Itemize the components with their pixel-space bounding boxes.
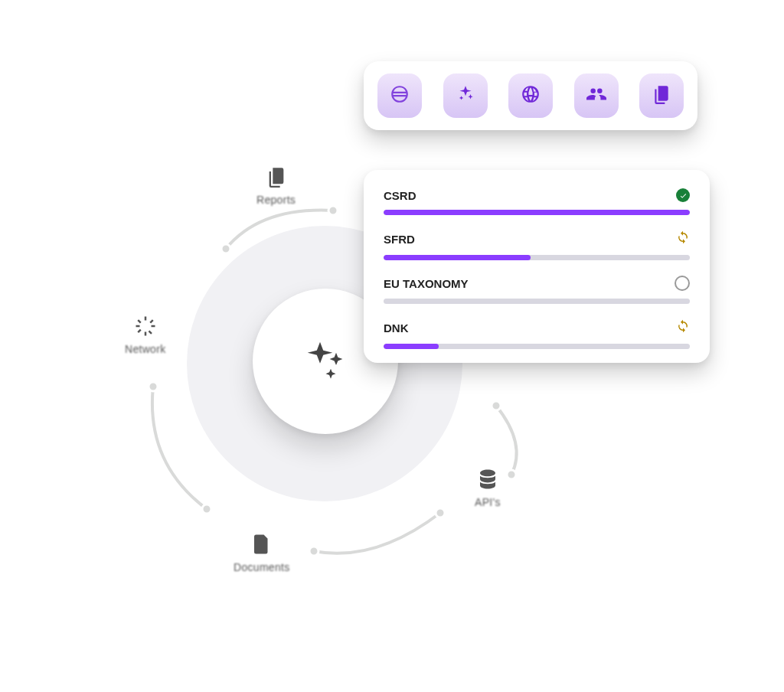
compliance-progress-card: CSRD SFRD EU TAXONOMY DNK [364, 170, 710, 363]
toolbar-btn-dashed-globe[interactable] [377, 73, 422, 118]
svg-point-2 [149, 382, 158, 391]
check-icon [676, 188, 690, 202]
database-icon [475, 467, 500, 491]
globe-icon [521, 84, 541, 107]
svg-point-7 [507, 470, 516, 479]
svg-point-5 [436, 508, 445, 517]
progress-row-name: CSRD [384, 189, 416, 202]
progress-row-name: DNK [384, 322, 409, 335]
svg-point-3 [202, 504, 211, 514]
documents-icon [250, 532, 274, 557]
radial-item-documents[interactable]: Documents [234, 532, 290, 573]
svg-point-6 [492, 401, 501, 410]
progress-row[interactable]: SFRD [384, 230, 690, 260]
progress-row[interactable]: DNK [384, 319, 690, 349]
sync-icon [676, 319, 690, 336]
progress-bar [384, 299, 690, 304]
svg-point-1 [328, 206, 338, 215]
progress-row[interactable]: CSRD [384, 188, 690, 215]
documents-icon [652, 84, 671, 107]
toolbar-btn-globe[interactable] [508, 73, 553, 118]
svg-point-0 [221, 244, 230, 253]
sparkle-icon [456, 84, 475, 107]
toolbar-btn-documents[interactable] [639, 73, 684, 118]
radial-item-label: API's [475, 496, 501, 508]
radial-item-label: Network [125, 343, 165, 355]
icon-toolbar [364, 61, 697, 130]
progress-row[interactable]: EU TAXONOMY [384, 276, 690, 304]
sparkle-icon [304, 338, 347, 384]
progress-bar [384, 255, 690, 260]
dashed-globe-icon [390, 84, 410, 107]
toolbar-btn-sparkle[interactable] [443, 73, 488, 118]
reports-icon [264, 165, 289, 189]
empty-status-icon [675, 276, 690, 291]
team-icon [586, 84, 606, 107]
radial-item-reports[interactable]: Reports [256, 165, 296, 206]
progress-bar [384, 344, 690, 349]
svg-point-4 [309, 547, 318, 556]
connector-arc [306, 505, 452, 563]
toolbar-btn-team[interactable] [574, 73, 619, 118]
progress-row-name: EU TAXONOMY [384, 277, 469, 290]
network-icon [133, 314, 158, 338]
radial-item-network[interactable]: Network [125, 314, 165, 355]
sync-icon [676, 230, 690, 247]
radial-item-label: Reports [256, 194, 296, 206]
progress-bar [384, 210, 690, 215]
radial-item-apis[interactable]: API's [475, 467, 501, 508]
progress-row-name: SFRD [384, 233, 415, 246]
radial-item-label: Documents [234, 561, 290, 573]
